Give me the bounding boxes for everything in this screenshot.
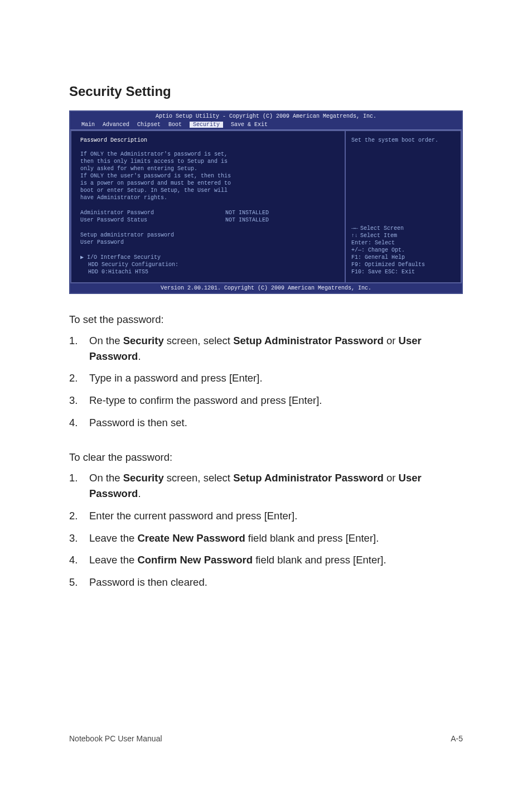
bios-footer: Version 2.00.1201. Copyright (C) 2009 Am…	[70, 283, 462, 293]
bios-action-item[interactable]: Setup administrator password	[80, 231, 336, 239]
bios-tab-advanced[interactable]: Advanced	[103, 122, 129, 128]
bios-extra-line: HDD Security Configuration:	[80, 261, 336, 268]
step-text: Password is then cleared.	[89, 575, 463, 590]
bios-password-actions: Setup administrator passwordUser Passwor…	[80, 231, 336, 246]
footer-left: Notebook PC User Manual	[69, 734, 162, 743]
bios-status-label: User Password Status	[80, 216, 225, 224]
bios-tab-boot[interactable]: Boot	[168, 122, 182, 128]
bios-password-desc-header: Password Description	[80, 137, 336, 144]
bios-submenus: ▶ I/O Interface SecurityHDD Security Con…	[80, 254, 336, 276]
step-text: Leave the Create New Password field blan…	[89, 530, 463, 546]
bios-password-status-rows: Administrator PasswordNOT INSTALLEDUser …	[80, 209, 336, 224]
step-text: On the Security screen, select Setup Adm…	[89, 333, 463, 364]
bios-desc-line: is a power on password and must be enter…	[80, 180, 336, 187]
step-text: Leave the Confirm New Password field bla…	[89, 552, 463, 568]
step-text: Password is then set.	[89, 415, 463, 431]
bios-password-desc-text: If ONLY the Administrator's password is …	[80, 151, 336, 201]
bios-panel: Aptio Setup Utility - Copyright (C) 2009…	[69, 110, 463, 294]
list-item: 3.Leave the Create New Password field bl…	[69, 528, 463, 551]
bios-nav-key: F9: Optimized Defaults	[351, 261, 455, 268]
clear-password-lead: To clear the password:	[69, 450, 463, 465]
list-item: 4.Leave the Confirm New Password field b…	[69, 550, 463, 572]
section-heading: Security Setting	[69, 84, 463, 99]
step-number: 4.	[69, 415, 89, 431]
bios-titlebar: Aptio Setup Utility - Copyright (C) 2009…	[70, 112, 462, 121]
bios-action-item[interactable]: User Password	[80, 239, 336, 246]
bios-nav-keys: Select ScreenSelect ItemEnter: Select+/—…	[351, 225, 455, 276]
list-item: 2.Enter the current password and press […	[69, 506, 463, 528]
step-number: 3.	[69, 393, 89, 408]
list-item: 5.Password is then cleared.	[69, 572, 463, 595]
bios-tabs: MainAdvancedChipsetBootSecuritySave & Ex…	[70, 121, 462, 129]
step-number: 4.	[69, 552, 89, 568]
bios-status-value: NOT INSTALLED	[225, 209, 269, 216]
list-item: 1.On the Security screen, select Setup A…	[69, 468, 463, 506]
bios-status-row: User Password StatusNOT INSTALLED	[80, 216, 336, 224]
step-text: Re-type to confirm the password and pres…	[89, 393, 463, 408]
footer-right: A-5	[451, 734, 463, 743]
step-number: 5.	[69, 575, 89, 590]
step-text: Type in a password and press [Enter].	[89, 370, 463, 386]
set-password-steps: 1.On the Security screen, select Setup A…	[69, 331, 463, 435]
step-number: 1.	[69, 470, 89, 501]
bios-nav-key: Select Item	[351, 232, 455, 239]
triangle-right-icon: ▶	[80, 254, 87, 261]
bios-status-label: Administrator Password	[80, 209, 225, 216]
bios-tab-security[interactable]: Security	[190, 122, 223, 128]
bios-nav-key: Enter: Select	[351, 239, 455, 247]
step-number: 2.	[69, 508, 89, 524]
bios-nav-key: Select Screen	[351, 225, 455, 232]
list-item: 1.On the Security screen, select Setup A…	[69, 331, 463, 369]
bios-desc-line: then this only limits access to Setup an…	[80, 158, 336, 165]
step-number: 2.	[69, 370, 89, 386]
bios-status-row: Administrator PasswordNOT INSTALLED	[80, 209, 336, 216]
bios-tab-save-exit[interactable]: Save & Exit	[231, 122, 268, 128]
step-number: 3.	[69, 530, 89, 546]
bios-desc-line: If ONLY the Administrator's password is …	[80, 151, 336, 158]
step-text: Enter the current password and press [En…	[89, 508, 463, 524]
list-item: 4.Password is then set.	[69, 413, 463, 435]
bios-desc-line: If ONLY the user's password is set, then…	[80, 172, 336, 180]
bios-status-value: NOT INSTALLED	[225, 216, 269, 224]
step-number: 1.	[69, 333, 89, 364]
page-footer: Notebook PC User Manual A-5	[69, 734, 463, 743]
bios-nav-key: +/—: Change Opt.	[351, 247, 455, 254]
bios-desc-line: have Administrator rights.	[80, 194, 336, 201]
bios-tab-main[interactable]: Main	[81, 122, 95, 128]
set-password-lead: To set the password:	[69, 312, 463, 327]
bios-submenu[interactable]: ▶ I/O Interface Security	[80, 254, 336, 261]
step-text: On the Security screen, select Setup Adm…	[89, 470, 463, 501]
bios-nav-key: F10: Save ESC: Exit	[351, 268, 455, 276]
bios-left-pane: Password Description If ONLY the Adminis…	[70, 130, 345, 283]
bios-help-pane: Set the system boot order. Select Screen…	[345, 130, 462, 283]
bios-help-text: Set the system boot order.	[351, 137, 455, 144]
bios-extra-line: HDD 0:Hitachi HTS5	[80, 268, 336, 276]
list-item: 3.Re-type to confirm the password and pr…	[69, 390, 463, 413]
bios-tab-chipset[interactable]: Chipset	[137, 122, 161, 128]
bios-desc-line: boot or enter Setup. In Setup, the User …	[80, 187, 336, 194]
bios-nav-key: F1: General Help	[351, 254, 455, 261]
list-item: 2.Type in a password and press [Enter].	[69, 368, 463, 390]
bios-submenu-label[interactable]: I/O Interface Security	[87, 254, 161, 261]
clear-password-steps: 1.On the Security screen, select Setup A…	[69, 468, 463, 595]
bios-desc-line: only asked for when entering Setup.	[80, 165, 336, 172]
